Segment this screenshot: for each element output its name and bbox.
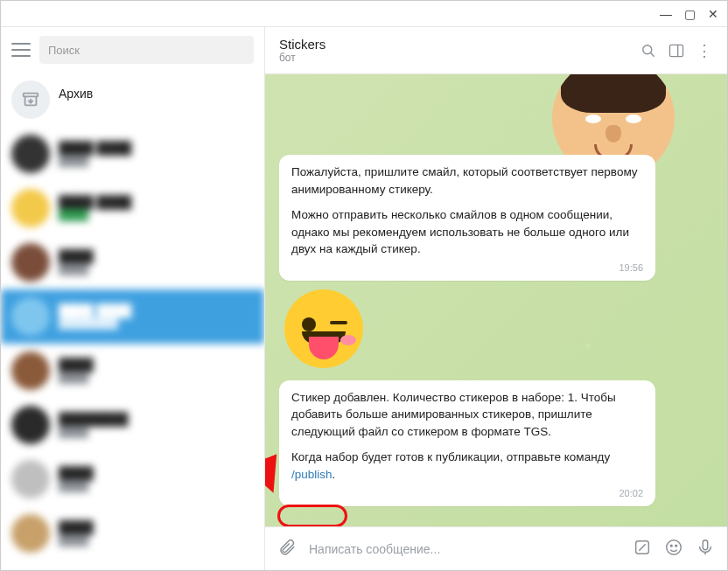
- list-item[interactable]: ████████: [1, 506, 264, 561]
- window-titlebar: — ▢ ✕: [1, 1, 727, 27]
- list-item[interactable]: ████████: [1, 344, 264, 398]
- svg-rect-7: [703, 540, 708, 549]
- svg-rect-2: [670, 45, 683, 56]
- message-time: 19:56: [291, 261, 643, 275]
- minimize-button[interactable]: —: [660, 7, 672, 21]
- svg-point-4: [667, 540, 682, 554]
- message-time: 20:02: [291, 487, 643, 501]
- list-item[interactable]: ████ ████████████: [1, 289, 264, 344]
- svg-rect-0: [24, 94, 38, 97]
- chat-list[interactable]: Архив ████ ████████ ████ ████████ ██████…: [1, 73, 264, 570]
- annotation-highlight: [277, 505, 347, 526]
- more-icon[interactable]: ⋮: [696, 42, 713, 59]
- command-link-publish[interactable]: /publish: [291, 468, 332, 481]
- message-bubble[interactable]: Пожалуйста, пришлите смайл, который соот…: [279, 155, 655, 281]
- list-item[interactable]: ████████: [1, 452, 264, 506]
- attach-icon[interactable]: [277, 538, 297, 561]
- chat-panel: Stickers бот ⋮ Пожа: [265, 27, 727, 570]
- chat-title: Stickers: [279, 37, 629, 52]
- svg-point-5: [670, 545, 672, 547]
- chat-body[interactable]: Пожалуйста, пришлите смайл, который соот…: [265, 74, 727, 526]
- chat-header: Stickers бот ⋮: [265, 27, 727, 74]
- compose-bar: Написать сообщение...: [265, 526, 727, 570]
- list-item[interactable]: ████████: [1, 235, 264, 289]
- command-icon[interactable]: [633, 538, 652, 561]
- sticker-wink-emoji: [284, 289, 363, 368]
- menu-icon[interactable]: [11, 43, 31, 57]
- message-text: Когда набор будет готов к публикации, от…: [291, 449, 643, 483]
- archive-label: Архив: [59, 87, 254, 101]
- maximize-button[interactable]: ▢: [684, 7, 696, 21]
- svg-point-6: [676, 545, 677, 547]
- svg-point-1: [643, 45, 652, 53]
- emoji-icon[interactable]: [664, 538, 683, 561]
- sidepanel-icon[interactable]: [668, 42, 685, 59]
- message-text: Можно отправить несколько смайлов в одно…: [291, 206, 643, 258]
- sidebar-item-archive[interactable]: Архив: [1, 73, 264, 127]
- list-item[interactable]: ████████████: [1, 398, 264, 452]
- message-bubble[interactable]: Стикер добавлен. Количество стикеров в н…: [279, 380, 655, 506]
- search-input[interactable]: Поиск: [39, 36, 254, 64]
- archive-icon: [11, 80, 50, 119]
- mic-icon[interactable]: [696, 538, 715, 561]
- list-item[interactable]: ████ ████████: [1, 181, 264, 235]
- chat-status: бот: [279, 52, 629, 64]
- compose-input[interactable]: Написать сообщение...: [309, 542, 620, 556]
- search-icon[interactable]: [640, 42, 657, 59]
- sidebar: Поиск Архив ████ ████████ ████ ███████: [1, 27, 265, 570]
- message-text: Стикер добавлен. Количество стикеров в н…: [291, 389, 643, 441]
- message-text: Пожалуйста, пришлите смайл, который соот…: [291, 164, 643, 198]
- list-item[interactable]: ████ ████████: [1, 127, 264, 181]
- close-button[interactable]: ✕: [708, 7, 718, 21]
